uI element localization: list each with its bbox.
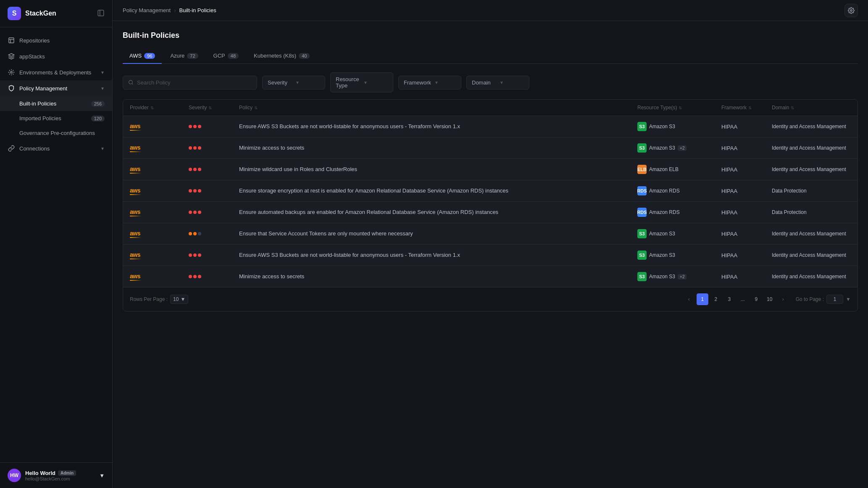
aws-text: aws — [130, 187, 140, 194]
resource-type-filter[interactable]: Resource Type ▼ — [330, 72, 393, 92]
table-row[interactable]: aws Minimize access to secrets S3 Amazon… — [123, 137, 857, 159]
policy-text: Minimize access to secrets — [239, 273, 304, 280]
tab-aws[interactable]: AWS 96 — [123, 48, 162, 64]
tab-azure-badge: 72 — [187, 53, 198, 59]
aws-underline — [130, 216, 142, 216]
provider-cell: aws — [123, 203, 182, 222]
framework-text: HIPAA — [721, 209, 737, 216]
severity-cell — [182, 119, 232, 134]
tab-aws-badge: 96 — [144, 53, 155, 59]
chevron-down-icon: ▼ — [295, 80, 320, 85]
search-box — [123, 76, 257, 90]
sidebar-item-policy-management[interactable]: Policy Management ▼ — [0, 80, 112, 96]
page-btn-9[interactable]: 9 — [750, 293, 762, 305]
policy-table: Provider ⇅ Severity ⇅ Policy ⇅ Resource … — [123, 99, 858, 311]
sidebar-footer[interactable]: HW Hello World Admin hello@StackGen.com … — [0, 462, 112, 488]
provider-cell: aws — [123, 181, 182, 201]
rows-per-page-select[interactable]: 10 ▼ — [170, 295, 188, 304]
chevron-down-icon: ▼ — [99, 472, 105, 479]
sidebar-item-repositories[interactable]: Repositories — [0, 32, 112, 48]
policy-cell: Ensure automated backups are enabled for… — [232, 203, 631, 222]
framework-cell: HIPAA — [715, 118, 765, 136]
framework-filter[interactable]: Framework ▼ — [398, 76, 461, 90]
resource-name: Amazon S3 — [649, 145, 675, 152]
sort-icon: ⇅ — [208, 106, 212, 110]
svg-point-5 — [129, 80, 133, 84]
framework-text: HIPAA — [721, 166, 737, 173]
tab-azure[interactable]: Azure 72 — [163, 48, 205, 64]
page-btn-2[interactable]: 2 — [710, 293, 722, 305]
domain-cell: Data Protection — [765, 203, 857, 222]
policy-cell: Minimize access to secrets — [232, 138, 631, 158]
page-btn-3[interactable]: 3 — [723, 293, 735, 305]
severity-dots — [189, 168, 201, 171]
page-btn-10[interactable]: 10 — [764, 293, 776, 305]
page-btn-1[interactable]: 1 — [697, 293, 708, 305]
next-page-button[interactable]: › — [777, 293, 789, 305]
goto-page: Go to Page : ▼ — [796, 295, 851, 304]
imported-count-badge: 120 — [91, 116, 105, 121]
policy-icon — [8, 84, 15, 92]
sidebar-item-governance[interactable]: Governance Pre-configurations — [0, 126, 112, 140]
severity-filter[interactable]: Severity ▼ — [262, 76, 325, 90]
connections-icon — [8, 145, 15, 152]
policy-text: Ensure storage encryption at rest is ena… — [239, 187, 508, 195]
goto-page-input[interactable] — [826, 295, 843, 304]
framework-text: HIPAA — [721, 124, 737, 130]
sidebar-toggle-icon[interactable] — [97, 9, 105, 18]
sidebar-label-repositories: Repositories — [19, 37, 105, 44]
prev-page-button[interactable]: ‹ — [683, 293, 695, 305]
sidebar-item-environments[interactable]: Environments & Deployments ▼ — [0, 64, 112, 80]
search-input[interactable] — [137, 79, 252, 86]
domain-text: Data Protection — [772, 209, 807, 216]
domain-filter[interactable]: Domain ▼ — [466, 76, 529, 90]
framework-text: HIPAA — [721, 231, 737, 237]
policy-cell: Ensure AWS S3 Buckets are not world-list… — [232, 117, 631, 136]
footer-name: Hello World Admin — [25, 470, 95, 476]
aws-logo: aws — [130, 273, 142, 281]
table-row[interactable]: aws Ensure storage encryption at rest is… — [123, 180, 857, 202]
tab-gcp[interactable]: GCP 48 — [207, 48, 245, 64]
settings-button[interactable] — [844, 4, 858, 17]
sidebar-label-governance: Governance Pre-configurations — [19, 130, 105, 136]
table-row[interactable]: aws Ensure automated backups are enabled… — [123, 202, 857, 223]
search-icon — [128, 79, 134, 85]
resource-badge: ELB Amazon ELB — [637, 165, 679, 174]
aws-text: aws — [130, 166, 140, 172]
th-domain: Domain ⇅ — [765, 100, 857, 116]
tab-k8s[interactable]: Kubernetes (K8s) 40 — [247, 48, 316, 64]
table-row[interactable]: aws Minimize access to secrets S3 Amazon… — [123, 266, 857, 287]
breadcrumb-parent[interactable]: Policy Management — [123, 7, 171, 13]
aws-underline — [130, 237, 142, 238]
aws-text: aws — [130, 123, 140, 129]
severity-cell — [182, 162, 232, 177]
aws-logo: aws — [130, 230, 142, 238]
tab-k8s-badge: 40 — [299, 53, 310, 59]
table-row[interactable]: aws Ensure AWS S3 Buckets are not world-… — [123, 116, 857, 137]
resource-cell: S3 Amazon S3 +2 — [631, 266, 715, 287]
table-row[interactable]: aws Ensure AWS S3 Buckets are not world-… — [123, 245, 857, 266]
aws-logo: aws — [130, 123, 142, 131]
sidebar-label-imported: Imported Policies — [19, 115, 87, 121]
sidebar-item-imported-policies[interactable]: Imported Policies 120 — [0, 111, 112, 126]
sidebar-item-connections[interactable]: Connections ▼ — [0, 140, 112, 156]
rds-icon: RDS — [637, 208, 647, 217]
policy-text: Ensure AWS S3 Buckets are not world-list… — [239, 123, 460, 130]
topbar: Policy Management › Built-in Policies — [113, 0, 868, 21]
chevron-down-icon: ▼ — [434, 80, 456, 85]
sidebar-item-appstacks[interactable]: appStacks — [0, 48, 112, 64]
repo-icon — [8, 37, 15, 44]
domain-text: Identity and Access Management — [772, 145, 846, 152]
table-row[interactable]: aws Minimize wildcard use in Roles and C… — [123, 159, 857, 180]
domain-text: Data Protection — [772, 187, 807, 195]
th-severity: Severity ⇅ — [182, 100, 232, 116]
aws-logo: aws — [130, 166, 142, 174]
resource-name: Amazon S3 — [649, 230, 675, 237]
provider-cell: aws — [123, 160, 182, 179]
svg-rect-0 — [98, 10, 104, 16]
sidebar-item-built-in-policies[interactable]: Built-in Policies 256 — [0, 96, 112, 111]
resource-name: Amazon S3 — [649, 123, 675, 130]
policy-cell: Minimize wildcard use in Roles and Clust… — [232, 160, 631, 179]
table-row[interactable]: aws Ensure that Service Account Tokens a… — [123, 223, 857, 245]
severity-dots — [189, 275, 201, 278]
